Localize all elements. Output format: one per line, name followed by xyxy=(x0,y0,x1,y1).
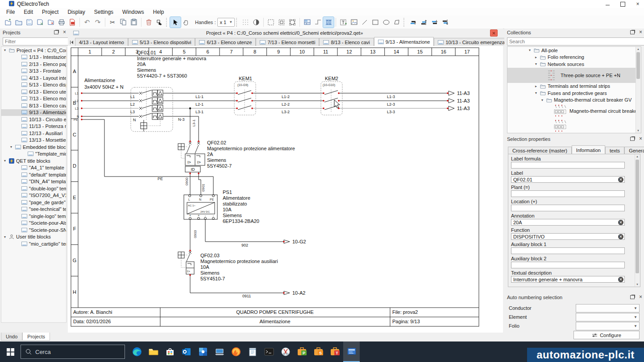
schematic-svg[interactable]: 1234567891011121314151617ABCDEFGH xyxy=(68,46,503,333)
menu-help[interactable]: Help xyxy=(149,9,169,15)
redo-button[interactable]: ↷ xyxy=(92,17,103,28)
taskbar-icon-store[interactable] xyxy=(162,341,178,362)
expand-arrow-icon[interactable]: ▸ xyxy=(535,55,540,59)
tab-cross-reference-master-[interactable]: Cross-reference (master) xyxy=(508,147,572,154)
close-dock-icon[interactable]: × xyxy=(63,30,66,34)
qf0203-symbol[interactable]: I> xyxy=(178,251,194,274)
qf0201-symbol[interactable] xyxy=(131,87,173,132)
columns-button[interactable] xyxy=(323,17,334,28)
project-subwindow-titlebar[interactable]: Project « P4 : C:/0_Corso schemi elettri… xyxy=(68,29,503,37)
taskbar-icon-file-explorer[interactable] xyxy=(145,341,162,362)
float-dock-icon[interactable] xyxy=(630,137,635,141)
menu-project[interactable]: Project xyxy=(37,9,63,15)
projects-tree-item[interactable]: 4/13 - Layout interno xyxy=(1,74,66,82)
folio-tab[interactable]: 6/13 - Elenco utenze xyxy=(195,38,256,46)
open-project-button[interactable] xyxy=(13,17,24,28)
projects-tree-item[interactable]: 8/13 - Elenco cavi xyxy=(1,102,66,109)
start-button[interactable] xyxy=(0,341,21,362)
taskbar-search[interactable]: Cerca xyxy=(21,345,125,359)
projects-tree-item[interactable]: 9/13 - Alimentazione xyxy=(1,109,66,116)
tab-general[interactable]: General xyxy=(624,147,644,154)
qf0202-symbol[interactable]: I> I> ID xyxy=(178,142,205,172)
collections-tree-item[interactable]: Magneto-thermal circuit breake... xyxy=(507,103,641,119)
selection-mode-button[interactable] xyxy=(170,17,181,28)
menu-display[interactable]: Display xyxy=(63,9,89,15)
float-dock-icon[interactable] xyxy=(630,295,635,299)
copy-button[interactable] xyxy=(118,17,129,28)
menu-edit[interactable]: Edit xyxy=(19,9,37,15)
taskbar-icon-device[interactable] xyxy=(211,341,228,362)
export-pdf-button[interactable] xyxy=(67,17,78,28)
handles-select[interactable]: x 1▼ xyxy=(217,18,235,27)
projects-tree-item[interactable]: 6/13 - Elenco utenze xyxy=(1,88,66,95)
collapse-arrow-icon[interactable]: ▾ xyxy=(4,159,9,163)
projects-tree-item[interactable]: 1/13 - Intestazione xyxy=(1,54,66,61)
filter-input[interactable] xyxy=(3,37,70,45)
send-to-back-button[interactable] xyxy=(440,17,450,28)
conductor-button[interactable] xyxy=(312,17,323,28)
print-button[interactable] xyxy=(56,17,67,28)
taskbar-icon-notepad[interactable] xyxy=(244,341,261,362)
field-input-auxiliary-block-1[interactable] xyxy=(511,247,625,254)
collections-tree-item[interactable] xyxy=(507,119,641,133)
collections-tree-item[interactable]: ▸Folio referencing xyxy=(507,54,641,61)
field-input-location-[interactable] xyxy=(511,205,625,211)
titleblock-editor-button[interactable] xyxy=(302,17,312,28)
float-dock-icon[interactable] xyxy=(54,30,58,34)
projects-tree-item[interactable]: 13/13 - Morsettiere xyxy=(1,137,66,144)
pan-mode-button[interactable] xyxy=(181,17,191,28)
kem1-symbol[interactable] xyxy=(234,82,256,115)
collapse-arrow-icon[interactable]: ▾ xyxy=(535,91,540,95)
select-items-button[interactable] xyxy=(276,17,287,28)
close-dock-icon[interactable]: × xyxy=(639,136,642,141)
add-image-button[interactable] xyxy=(349,17,359,28)
projects-tree-item[interactable]: ▾Embedded title blocks xyxy=(1,144,66,151)
expand-arrow-icon[interactable]: ▸ xyxy=(535,84,540,88)
projects-tree-item[interactable]: 10/13 - Circuito emerg... xyxy=(1,116,66,123)
element-numbering-select[interactable]: ▼ xyxy=(576,313,640,321)
minimize-button[interactable] xyxy=(605,1,610,7)
paste-button[interactable] xyxy=(129,17,139,28)
field-input-textual-description[interactable] xyxy=(511,276,625,283)
projects-tree-item[interactable]: "default" template xyxy=(1,171,66,178)
folio-tab[interactable]: 9/13 - Alimentazione xyxy=(374,37,434,46)
collapse-arrow-icon[interactable]: ▾ xyxy=(535,62,540,66)
menu-settings[interactable]: Settings xyxy=(90,9,118,15)
dock-tab-projects[interactable]: Projects xyxy=(22,333,50,341)
projects-tree-item[interactable]: "Template_mio" te... xyxy=(1,151,66,158)
lower-button[interactable] xyxy=(429,17,440,28)
add-ellipse-button[interactable] xyxy=(381,17,391,28)
projects-tree-item[interactable]: 7/13 - Elenco morsetti xyxy=(1,95,66,103)
collapse-arrow-icon[interactable]: ▾ xyxy=(529,48,534,52)
project-close-button[interactable]: ✕ xyxy=(490,29,498,37)
field-input-plant-[interactable] xyxy=(511,190,625,197)
taskbar-icon-snipping-tool[interactable] xyxy=(277,341,294,362)
collections-search-input[interactable] xyxy=(507,37,644,45)
add-text-button[interactable] xyxy=(338,17,349,28)
projects-tree-item[interactable]: "DIN_A4" template xyxy=(1,178,66,185)
folio-numbering-select[interactable]: ▼ xyxy=(576,322,640,330)
projects-tree-item[interactable]: "mio_cartiglio" template xyxy=(1,240,66,247)
add-polygon-button[interactable] xyxy=(391,17,402,28)
add-line-button[interactable] xyxy=(359,17,370,28)
taskbar-icon-qelectrotech[interactable] xyxy=(343,341,360,362)
collapse-arrow-icon[interactable]: ▾ xyxy=(10,145,15,149)
collapse-arrow-icon[interactable]: ▾ xyxy=(4,48,9,52)
close-button[interactable]: × xyxy=(635,1,640,7)
dock-tab-undo[interactable]: Undo xyxy=(1,333,22,341)
collapse-arrow-icon[interactable]: ▾ xyxy=(541,98,546,102)
projects-tree-item[interactable]: ▾QET title blocks xyxy=(1,157,66,165)
add-rectangle-button[interactable] xyxy=(370,17,381,28)
save-button[interactable] xyxy=(24,17,35,28)
close-dock-icon[interactable]: × xyxy=(639,30,642,34)
float-dock-icon[interactable] xyxy=(630,30,635,34)
new-project-button[interactable] xyxy=(3,17,13,28)
taskbar-icon-app-t[interactable]: T xyxy=(327,341,343,362)
maximize-button[interactable] xyxy=(620,1,625,7)
clear-field-icon[interactable]: ✕ xyxy=(618,220,623,225)
folio-links[interactable]: 11-A3 11-A3 11-A3 10-G2 10-A2 xyxy=(284,90,470,296)
folio-tab[interactable]: 4/13 - Layout interno xyxy=(75,38,128,46)
conductor-numbering-select[interactable]: ▼ xyxy=(576,304,640,313)
close-dock-icon[interactable]: × xyxy=(639,295,642,299)
field-input-function[interactable] xyxy=(511,233,625,240)
